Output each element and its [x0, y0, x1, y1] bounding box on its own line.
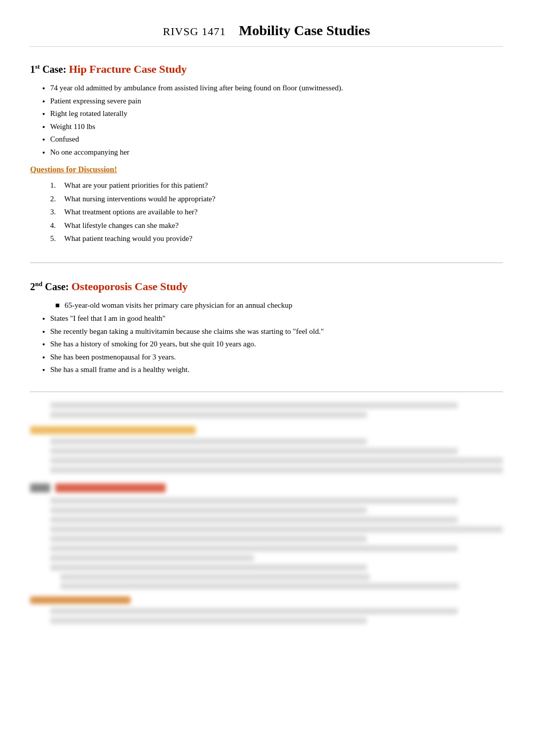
case1-bullet-list: 74 year old admitted by ambulance from a… — [50, 82, 503, 158]
case2-title: Osteoporosis Case Study — [71, 280, 188, 293]
case2-bullet-3: She has a history of smoking for 20 year… — [50, 338, 503, 350]
blurred-case3 — [30, 483, 503, 589]
case2-intro-bullet: ■ — [55, 301, 60, 309]
case2-bullet-4: She has been postmenopausal for 3 years. — [50, 351, 503, 363]
case1-label: Case: — [42, 64, 69, 75]
case2-intro-text: 65-year-old woman visits her primary car… — [65, 301, 293, 309]
case1-bullet-6: No one accompanying her — [50, 147, 503, 158]
case1-question-3: 3. What treatment options are available … — [50, 206, 503, 218]
case1-header: 1st Case: Hip Fracture Case Study — [30, 61, 503, 77]
blurred-content — [30, 402, 503, 624]
blurred-block-1 — [50, 402, 503, 418]
blurred-questions-3 — [30, 596, 503, 624]
case2-bullet-2: She recently began taking a multivitamin… — [50, 326, 503, 337]
case1-question-2: 2. What nursing interventions would he a… — [50, 193, 503, 205]
case1-title: Hip Fracture Case Study — [69, 63, 187, 75]
case1-number: 1st — [30, 64, 40, 75]
case2-label: Case: — [45, 281, 71, 292]
case2-intro-line: ■ 65-year-old woman visits her primary c… — [55, 300, 503, 311]
case1-bullet-5: Confused — [50, 134, 503, 145]
case1-questions-header: Questions for Discussion! — [30, 164, 503, 176]
case1-bullet-2: Patient expressing severe pain — [50, 95, 503, 107]
case1-bullet-3: Right leg rotated laterally — [50, 108, 503, 119]
case1-question-1: 1. What are your patient priorities for … — [50, 180, 503, 191]
case2-bullet-5: She has a small frame and is a healthy w… — [50, 364, 503, 375]
case1-section: 1st Case: Hip Fracture Case Study 74 yea… — [30, 61, 503, 263]
page-container: RIVSG 1471 Mobility Case Studies 1st Cas… — [30, 20, 503, 624]
case2-number: 2nd — [30, 281, 42, 292]
title-main: Mobility Case Studies — [239, 23, 370, 38]
case1-question-5: 5. What patient teaching would you provi… — [50, 233, 503, 244]
case1-questions-list: 1. What are your patient priorities for … — [50, 180, 503, 244]
case1-question-4: 4. What lifestyle changes can she make? — [50, 220, 503, 231]
title-prefix: RIVSG 1471 — [163, 25, 226, 38]
case2-sup: nd — [35, 280, 42, 288]
case2-section: 2nd Case: Osteoporosis Case Study ■ 65-y… — [30, 278, 503, 392]
page-title: RIVSG 1471 Mobility Case Studies — [30, 20, 503, 47]
case2-bullet-1: States "I feel that I am in good health" — [50, 313, 503, 324]
case1-sup: st — [35, 63, 40, 70]
case2-bullet-list: States "I feel that I am in good health"… — [50, 313, 503, 375]
blurred-questions-1 — [30, 426, 503, 473]
case2-header: 2nd Case: Osteoporosis Case Study — [30, 278, 503, 295]
case1-bullet-1: 74 year old admitted by ambulance from a… — [50, 82, 503, 94]
case1-bullet-4: Weight 110 lbs — [50, 121, 503, 133]
